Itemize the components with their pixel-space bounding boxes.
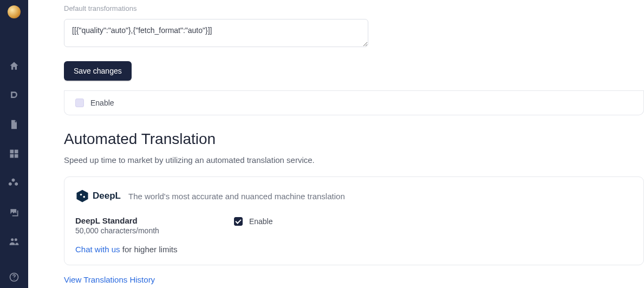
page-icon[interactable] <box>9 119 19 130</box>
sidebar <box>0 0 28 288</box>
main: Default transformations Save changes Ena… <box>28 0 644 288</box>
deepl-card: DeepL The world's most accurate and nuan… <box>64 176 644 265</box>
default-transformations-input[interactable] <box>64 19 368 47</box>
transform-enable-label: Enable <box>90 99 114 107</box>
view-translations-history-link[interactable]: View Translations History <box>64 275 155 284</box>
svg-point-3 <box>80 194 82 196</box>
users-icon[interactable] <box>9 236 19 247</box>
home-icon[interactable] <box>9 61 19 71</box>
svg-point-4 <box>83 196 85 198</box>
grid-icon[interactable] <box>9 148 19 159</box>
media-icon[interactable] <box>9 207 19 218</box>
help-icon[interactable] <box>9 272 19 283</box>
default-transformations-label: Default transformations <box>64 4 644 12</box>
deepl-logo: DeepL <box>75 189 121 203</box>
svg-point-1 <box>14 279 14 280</box>
automated-translation-title: Automated Translation <box>64 130 644 148</box>
sidebar-nav <box>9 61 19 247</box>
automated-translation-desc: Speed up time to market by utilizing an … <box>64 155 644 165</box>
deepl-plan-name: DeepL Standard <box>75 216 159 225</box>
chat-with-us-link[interactable]: Chat with us <box>75 245 120 254</box>
deepl-chat-row: Chat with us for higher limits <box>75 245 633 254</box>
chat-rest-text: for higher limits <box>120 245 178 254</box>
deepl-tagline: The world's most accurate and nuanced ma… <box>128 192 345 201</box>
avatar[interactable] <box>8 5 21 18</box>
deepl-plan-block: DeepL Standard 50,000 characters/month <box>75 216 159 235</box>
transform-enable-checkbox[interactable] <box>75 99 84 107</box>
deepl-enable-label: Enable <box>249 217 273 226</box>
transformations-card-footer: Enable <box>64 90 644 115</box>
save-changes-button[interactable]: Save changes <box>64 61 132 81</box>
svg-marker-2 <box>76 190 88 202</box>
deepl-brand-text: DeepL <box>93 191 121 201</box>
deepl-plan-quota: 50,000 characters/month <box>75 226 159 235</box>
blog-icon[interactable] <box>9 90 19 101</box>
modules-icon[interactable] <box>9 178 19 188</box>
deepl-enable-checkbox[interactable] <box>234 217 243 226</box>
